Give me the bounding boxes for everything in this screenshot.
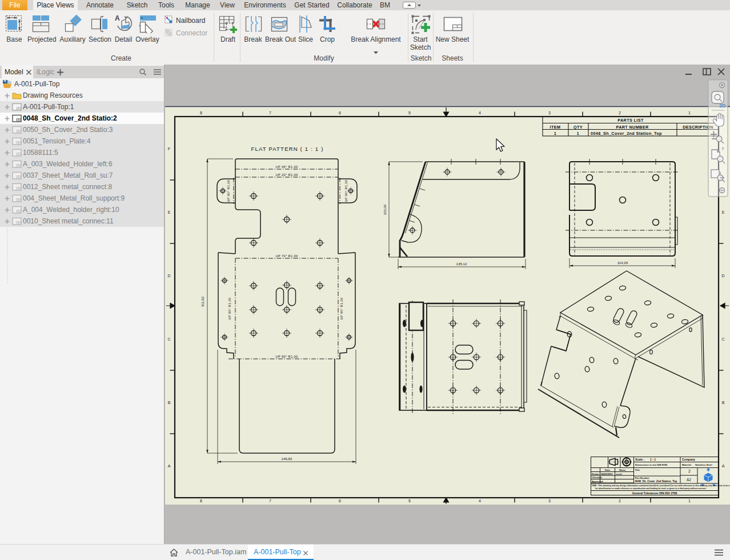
svg-text:Part Number: Part Number: [635, 477, 650, 479]
svg-text:8: 8: [200, 111, 202, 115]
svg-text:100,00: 100,00: [383, 204, 387, 215]
svg-text:General Tolerances DIN ISO 276: General Tolerances DIN ISO 2768: [632, 491, 677, 495]
svg-text:C: C: [721, 337, 724, 341]
svg-text:UP 45° R1,00: UP 45° R1,00: [276, 165, 298, 169]
svg-text:2: 2: [619, 111, 621, 115]
svg-text:3: 3: [548, 499, 551, 503]
svg-text:2: 2: [688, 469, 691, 473]
svg-text:0048_Sh_Cover_2nd Station_Top: 0048_Sh_Cover_2nd Station_Top: [591, 131, 662, 136]
svg-text:Approved: Approved: [592, 480, 603, 483]
svg-text:A: A: [168, 464, 171, 468]
svg-text:4: 4: [479, 499, 481, 503]
svg-text:PART NUMBER: PART NUMBER: [616, 125, 649, 130]
svg-text:Stainless Steel: Stainless Steel: [695, 463, 712, 466]
svg-text:for identification or made ref: for identification or made reference or …: [595, 487, 707, 490]
svg-text:UP 90° R1,00: UP 90° R1,00: [228, 298, 231, 320]
svg-text:3: 3: [548, 111, 551, 115]
svg-text:7: 7: [269, 499, 271, 503]
svg-text:Name: Name: [619, 469, 626, 471]
svg-text:Title: Title: [635, 469, 640, 471]
svg-text:Checked: Checked: [592, 476, 602, 479]
svg-text:Drawn: Drawn: [592, 473, 599, 475]
svg-text:A: A: [722, 464, 725, 468]
svg-text:ITEM: ITEM: [550, 125, 561, 130]
svg-text:A: A: [115, 15, 120, 22]
svg-text:6: 6: [339, 499, 341, 503]
svg-text:2: 2: [619, 499, 621, 503]
svg-text:A2: A2: [687, 478, 691, 482]
svg-text:6: 6: [339, 111, 341, 115]
svg-text:D: D: [167, 274, 170, 278]
svg-text:QTY: QTY: [573, 125, 583, 130]
svg-text:B: B: [722, 401, 725, 405]
svg-text:2D: 2D: [719, 103, 726, 109]
svg-text:5: 5: [408, 499, 411, 503]
svg-text:Dimensions in mm DIN 8785: Dimensions in mm DIN 8785: [635, 463, 668, 466]
svg-text:ssssf: ssssf: [616, 473, 622, 475]
svg-text:Material: Material: [682, 463, 691, 466]
svg-text:135,12: 135,12: [456, 262, 467, 266]
svg-text:D: D: [721, 274, 724, 278]
svg-text:146,82: 146,82: [282, 457, 292, 461]
svg-text:F: F: [168, 147, 170, 151]
svg-text:FLAT PATTERN ( 1 : 1 ): FLAT PATTERN ( 1 : 1 ): [251, 146, 323, 152]
svg-text:UP 90° R1,00: UP 90° R1,00: [227, 180, 230, 202]
svg-text:ITAR : This drawing and any de: ITAR : This drawing and any design infor…: [592, 485, 730, 487]
svg-text:1: 1: [688, 111, 691, 115]
svg-text:Company: Company: [682, 458, 695, 461]
svg-text:E: E: [722, 210, 725, 214]
svg-text:Date: Date: [605, 469, 611, 471]
svg-text:UP 90° R1,00: UP 90° R1,00: [340, 298, 343, 320]
svg-text:0048_Sh_Cover_2nd Station_Top: 0048_Sh_Cover_2nd Station_Top: [635, 480, 677, 483]
svg-text:B: B: [168, 401, 171, 405]
svg-text:311,52: 311,52: [200, 296, 204, 307]
svg-text:04/05/2021: 04/05/2021: [601, 473, 613, 475]
svg-text:UP 90° R1,00: UP 90° R1,00: [276, 355, 298, 358]
svg-text:1 : 1: 1 : 1: [650, 458, 656, 461]
svg-text:UP 70° R1,00: UP 70° R1,00: [276, 254, 298, 258]
svg-text:4: 4: [479, 111, 481, 115]
svg-text:1: 1: [688, 499, 691, 503]
svg-text:UP 20° R1,00: UP 20° R1,00: [276, 173, 298, 177]
svg-text:E: E: [168, 210, 171, 214]
svg-text:5: 5: [408, 111, 411, 115]
svg-text:1: 1: [554, 131, 556, 136]
svg-text:C: C: [167, 337, 170, 341]
svg-text:1: 1: [577, 131, 579, 136]
svg-text:PARTS LIST: PARTS LIST: [617, 118, 644, 123]
svg-text:8: 8: [200, 499, 202, 503]
svg-text:Scale :: Scale :: [635, 458, 644, 461]
svg-text:7: 7: [269, 111, 271, 115]
svg-text:114,29: 114,29: [617, 261, 628, 265]
